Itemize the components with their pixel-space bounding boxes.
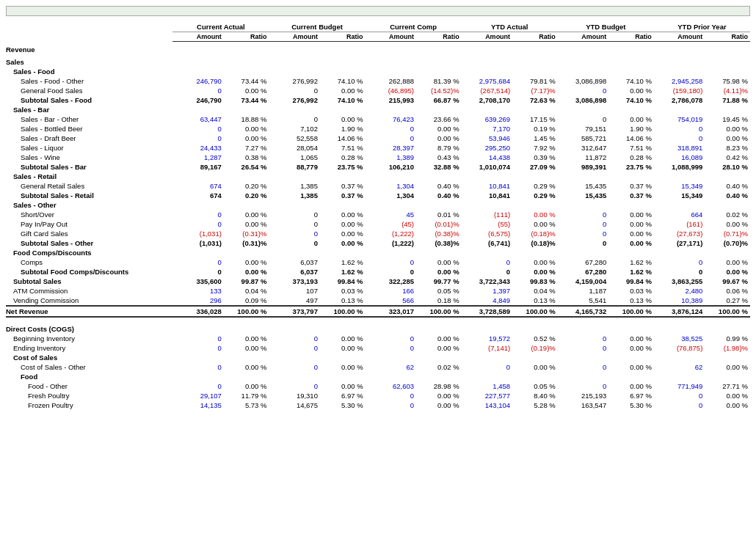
amount-cell: 5,541 [558,296,608,306]
ratio-cell: 7.92 % [512,143,558,153]
amount-cell: (159,180) [654,86,705,95]
ratio-cell: 0.00 % [705,267,750,276]
table-row: Subtotal Food Comps/Discounts00.00 %6,03… [6,267,750,276]
row-label: Sales - Bottled Beer [6,124,172,133]
ratio-cell: 0.40 % [416,181,462,191]
table-row: Food Comps/Discounts [6,248,750,257]
row-empty [172,105,750,114]
amount-cell: (1,222) [366,238,416,248]
amount-cell: 1,385 [269,191,319,200]
col-subheader-cb-amount: Amount [269,32,319,42]
table-row: Pay In/Pay Out00.00 %00.00 %(45)(0.01)%(… [6,219,750,229]
amount-cell: 0 [558,334,608,343]
table-row: Sales [6,54,750,67]
amount-cell: 0 [558,114,608,124]
ratio-cell: 0.00 % [608,334,654,343]
amount-cell: 38,525 [654,334,705,343]
ratio-cell: 5.30 % [608,400,654,410]
amount-cell: 1,010,074 [462,162,512,172]
amount-cell: 15,349 [654,191,705,200]
amount-cell: 3,728,589 [462,306,512,317]
table-row: Fresh Poultry29,10711.79 %19,3106.97 %00… [6,391,750,400]
amount-cell: 0 [366,343,416,353]
amount-cell: (55) [462,219,512,229]
amount-cell: 0 [654,133,705,143]
ratio-cell: 0.00 % [224,343,269,353]
amount-cell: 0 [269,210,319,219]
ratio-cell: 0.00 % [224,86,269,95]
table-row: Subtotal Sales335,60099.87 %373,19399.84… [6,276,750,286]
row-label: ATM Commission [6,286,172,296]
ratio-cell: 66.87 % [416,95,462,105]
amount-cell: 276,992 [269,76,319,86]
ratio-cell: 17.15 % [512,114,558,124]
amount-cell: 0 [172,257,223,267]
ratio-cell: 100.00 % [320,306,366,317]
ratio-cell: 0.00 % [416,267,462,276]
amount-cell: 0 [558,381,608,391]
table-row: Cost of Sales - Other00.00 %00.00 %620.0… [6,362,750,372]
amount-cell: 1,287 [172,153,223,162]
amount-cell: 0 [462,362,512,372]
ratio-cell: 5.30 % [320,400,366,410]
amount-cell: 0 [366,257,416,267]
ratio-cell: (0.70)% [705,238,750,248]
amount-cell: 318,891 [654,143,705,153]
amount-cell: (111) [462,210,512,219]
ratio-cell: 0.02 % [416,362,462,372]
amount-cell: 227,577 [462,391,512,400]
ratio-cell: (4.11)% [705,86,750,95]
row-label: Food [6,372,172,381]
amount-cell: 0 [172,343,223,353]
row-empty [172,200,750,210]
row-label: Sales - Other [6,200,172,210]
col-header-ytd-prior: YTD Prior Year [654,22,750,32]
ratio-cell: 0.00 % [224,334,269,343]
ratio-cell: 1.62 % [320,257,366,267]
pl-table: Current Actual Current Budget Current Co… [6,22,750,410]
amount-cell: 0 [654,391,705,400]
ratio-cell: 0.00 % [512,257,558,267]
ratio-cell: 0.99 % [705,334,750,343]
row-empty [172,321,750,334]
ratio-cell: 74.10 % [608,76,654,86]
amount-cell: 133 [172,286,223,296]
amount-cell: 11,872 [558,153,608,162]
amount-cell: 76,423 [366,114,416,124]
ratio-cell: 0.40 % [705,191,750,200]
amount-cell: 0 [558,210,608,219]
amount-cell: 0 [269,229,319,238]
amount-cell: 1,065 [269,153,319,162]
col-subheader-yb-amount: Amount [558,32,608,42]
ratio-cell: 0.00 % [705,124,750,133]
amount-cell: 674 [172,191,223,200]
table-row: Direct Costs (COGS) [6,321,750,334]
row-label: Gift Card Sales [6,229,172,238]
ratio-cell: 0.00 % [512,210,558,219]
ratio-cell: 74.10 % [320,76,366,86]
ratio-cell: 0.00 % [320,362,366,372]
ratio-cell: 0.00 % [224,362,269,372]
ratio-cell: 1.62 % [320,267,366,276]
amount-cell: 0 [269,362,319,372]
ratio-cell: 79.81 % [512,76,558,86]
table-row: Food - Other00.00 %00.00 %62,60328.98 %1… [6,381,750,391]
row-label: Net Revenue [6,306,172,317]
amount-cell: 19,310 [269,391,319,400]
amount-cell: 215,993 [366,95,416,105]
ratio-cell: 0.18 % [416,296,462,306]
col-header-current-actual: Current Actual [172,22,269,32]
amount-cell: 62 [654,362,705,372]
row-empty [172,54,750,67]
ratio-cell: 0.00 % [320,334,366,343]
amount-cell: 0 [366,334,416,343]
ratio-cell: (7.17)% [512,86,558,95]
amount-cell: 0 [269,334,319,343]
ratio-cell: 8.40 % [512,391,558,400]
ratio-cell: 75.98 % [705,76,750,86]
ratio-cell: 0.00 % [512,219,558,229]
amount-cell: 0 [172,362,223,372]
ratio-cell: 0.00 % [320,238,366,248]
ratio-cell: 0.00 % [512,267,558,276]
ratio-cell: 0.27 % [705,296,750,306]
